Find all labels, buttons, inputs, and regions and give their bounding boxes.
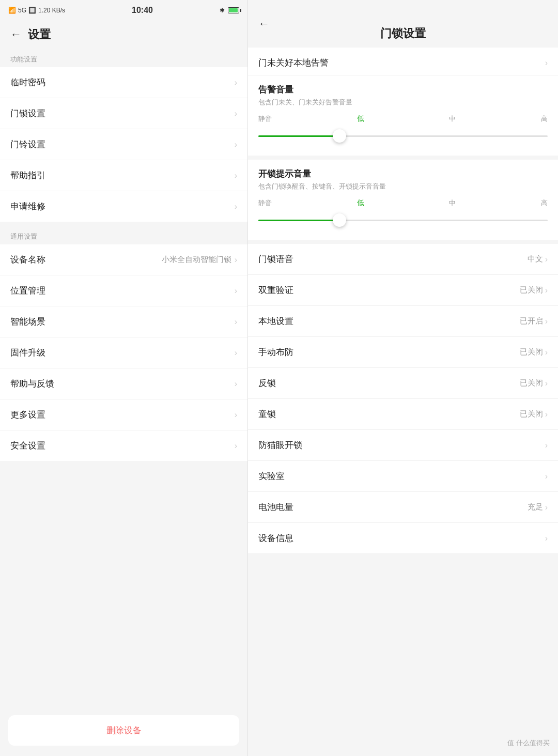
- chevron-icon: ›: [545, 379, 548, 388]
- menu-item-door-lock[interactable]: 门锁设置 ›: [0, 98, 247, 129]
- right-menu-item-lab[interactable]: 实验室 ›: [248, 461, 558, 492]
- chevron-icon: ›: [235, 410, 237, 420]
- slider-fill-2: [258, 220, 339, 221]
- wifi-icon: 🔲: [28, 7, 36, 14]
- right-menu-item-arm[interactable]: 手动布防 已关闭 ›: [248, 337, 558, 368]
- childlock-value: 已关闭: [520, 409, 543, 419]
- right-back-button[interactable]: ←: [258, 17, 270, 30]
- chevron-icon: ›: [235, 140, 237, 149]
- uvol-label-low-active: 低: [357, 198, 364, 208]
- menu-item-firmware[interactable]: 固件升级 ›: [0, 337, 247, 368]
- menu-item-smart-scene[interactable]: 智能场景 ›: [0, 306, 247, 337]
- delete-device-button[interactable]: 删除设备: [8, 715, 239, 746]
- watermark: 值 什么值得买: [507, 738, 550, 748]
- right-panel-title: 门锁设置: [380, 26, 426, 41]
- chevron-icon: ›: [545, 286, 548, 295]
- menu-item-temp-password[interactable]: 临时密码 ›: [0, 67, 247, 98]
- left-header: ← 设置: [0, 21, 247, 49]
- status-left: 📶 5G 🔲 1.20 KB/s: [8, 7, 65, 14]
- chevron-icon: ›: [235, 441, 237, 451]
- chevron-icon: ›: [235, 286, 237, 296]
- device-name-value: 小米全自动智能门锁: [162, 255, 231, 265]
- menu-item-security[interactable]: 安全设置 ›: [0, 430, 247, 461]
- chevron-icon: ›: [545, 534, 548, 543]
- signal-icon: 📶: [8, 7, 16, 14]
- chevron-icon: ›: [235, 255, 237, 265]
- unlock-volume-slider[interactable]: [258, 211, 548, 229]
- vol-label-mid: 中: [449, 114, 456, 124]
- chevron-icon: ›: [235, 348, 237, 358]
- chevron-icon: ›: [235, 109, 237, 118]
- right-menu-item-double-verify[interactable]: 双重验证 已关闭 ›: [248, 275, 558, 306]
- slider-track-2: [258, 220, 548, 221]
- right-menu-item-device-info[interactable]: 设备信息 ›: [248, 523, 558, 554]
- slider-thumb-2[interactable]: [333, 213, 346, 227]
- door-alert-section: 门未关好本地告警 › 告警音量 包含门未关、门未关好告警音量 静音 低 中 高: [248, 48, 558, 156]
- right-menu-item-childlock[interactable]: 童锁 已关闭 ›: [248, 399, 558, 430]
- menu-item-repair[interactable]: 申请维修 ›: [0, 191, 247, 222]
- uvol-label-mid: 中: [449, 198, 456, 208]
- right-menu-item-local-settings[interactable]: 本地设置 已开启 ›: [248, 306, 558, 337]
- local-settings-value: 已开启: [520, 316, 543, 326]
- status-bar: 📶 5G 🔲 1.20 KB/s 10:40 ✱: [0, 0, 247, 21]
- slider-thumb[interactable]: [333, 129, 346, 143]
- alert-volume-section: 告警音量 包含门未关、门未关好告警音量 静音 低 中 高: [248, 75, 558, 156]
- right-panel: ← 门锁设置 门未关好本地告警 › 告警音量 包含门未关、门未关好告警音量 静音…: [248, 0, 558, 756]
- right-menu-item-voice[interactable]: 门锁语音 中文 ›: [248, 244, 558, 275]
- chevron-icon: ›: [235, 202, 237, 211]
- chevron-icon: ›: [545, 410, 548, 419]
- signal-text: 5G: [18, 7, 26, 14]
- speed-text: 1.20 KB/s: [38, 7, 65, 14]
- right-menu-item-deadbolt[interactable]: 反锁 已关闭 ›: [248, 368, 558, 399]
- uvol-label-high: 高: [541, 198, 548, 208]
- chevron-icon: ›: [235, 171, 237, 180]
- battery-value: 充足: [528, 502, 543, 512]
- bluetooth-icon: ✱: [220, 7, 225, 14]
- menu-item-doorbell[interactable]: 门铃设置 ›: [0, 129, 247, 160]
- left-back-button[interactable]: ←: [10, 28, 22, 41]
- unlock-volume-title: 开锁提示音量: [258, 168, 548, 180]
- section-general-label: 通用设置: [0, 226, 247, 244]
- delete-button-wrap: 删除设备: [0, 705, 247, 756]
- right-menu-group: 门锁语音 中文 › 双重验证 已关闭 › 本地设置 已开启 ›: [248, 244, 558, 554]
- general-menu-group: 设备名称 小米全自动智能门锁 › 位置管理 › 智能场景 › 固件升级 › 帮助…: [0, 244, 247, 461]
- chevron-icon: ›: [545, 58, 548, 68]
- feature-menu-group: 临时密码 › 门锁设置 › 门铃设置 › 帮助指引 › 申请维修 ›: [0, 67, 247, 222]
- slider-track: [258, 135, 548, 137]
- right-content: 门未关好本地告警 › 告警音量 包含门未关、门未关好告警音量 静音 低 中 高: [248, 48, 558, 756]
- unlock-volume-section: 开锁提示音量 包含门锁唤醒音、按键音、开锁提示音音量 静音 低 中 高: [248, 160, 558, 240]
- left-panel-title: 设置: [28, 27, 51, 42]
- chevron-icon: ›: [545, 503, 548, 512]
- status-right: ✱: [220, 7, 239, 14]
- alert-volume-title: 告警音量: [258, 84, 548, 96]
- menu-item-help-guide[interactable]: 帮助指引 ›: [0, 160, 247, 191]
- chevron-icon: ›: [545, 472, 548, 481]
- chevron-icon: ›: [545, 348, 548, 357]
- alert-volume-desc: 包含门未关、门未关好告警音量: [258, 98, 548, 107]
- chevron-icon: ›: [235, 379, 237, 389]
- door-not-closed-alert-item[interactable]: 门未关好本地告警 ›: [248, 48, 558, 75]
- alert-volume-slider[interactable]: [258, 127, 548, 145]
- vol-label-low-active: 低: [357, 114, 364, 124]
- left-panel: 📶 5G 🔲 1.20 KB/s 10:40 ✱ ← 设置 功能设置 临时密码 …: [0, 0, 248, 756]
- alert-volume-labels: 静音 低 中 高: [258, 114, 548, 124]
- chevron-icon: ›: [545, 317, 548, 326]
- slider-fill: [258, 135, 339, 137]
- deadbolt-value: 已关闭: [520, 378, 543, 388]
- right-header: ← 门锁设置: [248, 0, 558, 48]
- arm-value: 已关闭: [520, 347, 543, 357]
- unlock-volume-labels: 静音 低 中 高: [258, 198, 548, 208]
- chevron-icon: ›: [235, 317, 237, 327]
- right-menu-item-battery[interactable]: 电池电量 充足 ›: [248, 492, 558, 523]
- menu-item-location[interactable]: 位置管理 ›: [0, 275, 247, 306]
- menu-item-help-feedback[interactable]: 帮助与反馈 ›: [0, 368, 247, 399]
- chevron-icon: ›: [545, 255, 548, 264]
- chevron-icon: ›: [235, 78, 237, 87]
- uvol-label-mute: 静音: [258, 198, 272, 208]
- menu-item-device-name[interactable]: 设备名称 小米全自动智能门锁 ›: [0, 244, 247, 275]
- menu-item-more-settings[interactable]: 更多设置 ›: [0, 399, 247, 430]
- battery-icon: [228, 7, 239, 13]
- right-menu-item-peephole[interactable]: 防猫眼开锁 ›: [248, 430, 558, 461]
- chevron-icon: ›: [545, 441, 548, 450]
- vol-label-high: 高: [541, 114, 548, 124]
